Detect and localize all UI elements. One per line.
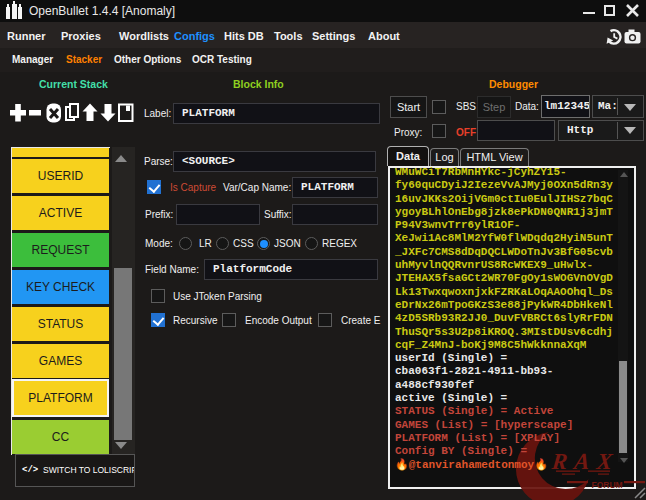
svg-text:FORUM: FORUM bbox=[592, 480, 623, 490]
